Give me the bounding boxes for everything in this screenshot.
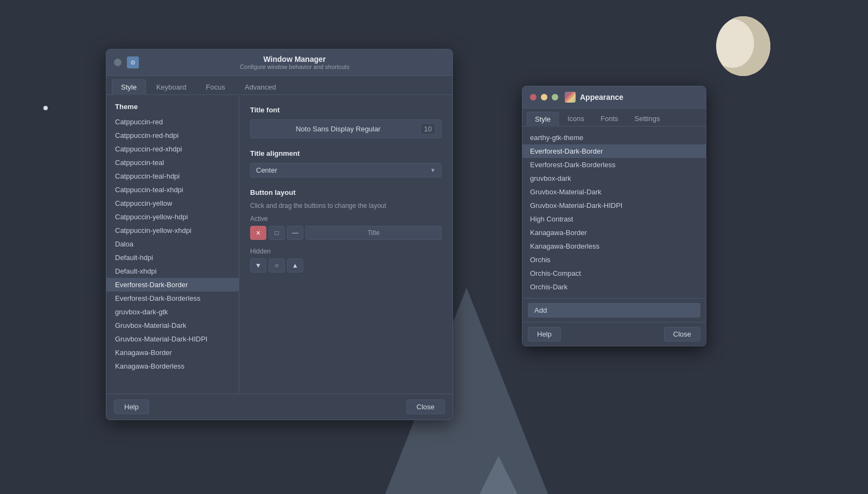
wm-titlebar: ⚙ Window Manager Configure window behavi…	[106, 49, 452, 76]
wm-titlebar-text: Window Manager Configure window behavior…	[144, 55, 445, 70]
app-close-button[interactable]	[530, 94, 537, 100]
wm-theme-header: Theme	[106, 100, 239, 115]
title-alignment-dropdown[interactable]: Center ▼	[250, 163, 442, 178]
tab-style[interactable]: Style	[112, 79, 146, 95]
wm-theme-item[interactable]: Catppuccin-red-hdpi	[106, 129, 239, 142]
app-theme-item[interactable]: Gruvbox-Material-Dark	[522, 185, 706, 199]
appearance-title: Appearance	[580, 93, 623, 102]
title-alignment-label: Title alignment	[250, 149, 442, 157]
wm-dialog: ⚙ Window Manager Configure window behavi…	[106, 49, 453, 420]
hidden-label: Hidden	[250, 248, 442, 255]
app-theme-item-selected[interactable]: Everforest-Dark-Border	[522, 144, 706, 158]
title-alignment-value: Center	[256, 166, 430, 174]
active-buttons-strip: × □ — Title	[250, 226, 442, 240]
wm-theme-item[interactable]: Default-xhdpi	[106, 264, 239, 278]
wm-theme-item[interactable]: Gruvbox-Material-Dark	[106, 319, 239, 332]
wm-theme-item[interactable]: Catppuccin-yellow-xhdpi	[106, 224, 239, 237]
app-theme-item[interactable]: Orchis	[522, 253, 706, 267]
close-window-btn[interactable]: ×	[250, 226, 266, 240]
appearance-tabs-bar: Style Icons Fonts Settings	[522, 109, 706, 126]
app-tab-settings[interactable]: Settings	[627, 112, 668, 126]
hidden-buttons-strip: ▼ ○ ▲	[250, 258, 442, 273]
active-label: Active	[250, 215, 442, 223]
appearance-theme-list: earthy-gtk-theme Everforest-Dark-Border …	[522, 126, 706, 298]
appearance-add-button[interactable]: Add	[528, 303, 700, 318]
wm-tabs-bar: Style Keyboard Focus Advanced	[106, 76, 452, 95]
wm-help-button[interactable]: Help	[114, 400, 149, 414]
chevron-down-icon: ▼	[430, 167, 436, 173]
wm-theme-item-selected[interactable]: Everforest-Dark-Border	[106, 278, 239, 292]
appearance-add-row: Add	[522, 298, 706, 322]
hidden-btn-1[interactable]: ▼	[250, 258, 266, 273]
title-alignment-section: Title alignment Center ▼	[250, 149, 442, 178]
title-spacer-btn[interactable]: Title	[305, 226, 442, 240]
app-theme-item[interactable]: earthy-gtk-theme	[522, 131, 706, 144]
wm-footer: Help Close	[106, 394, 452, 420]
wm-theme-list-panel: Theme Catppuccin-red Catppuccin-red-hdpi…	[106, 95, 239, 394]
appearance-footer: Help Close	[522, 322, 706, 346]
appearance-app-icon	[565, 92, 576, 103]
wm-theme-item[interactable]: Catppuccin-yellow-hdpi	[106, 210, 239, 224]
wm-theme-item[interactable]: Catppuccin-teal-hdpi	[106, 169, 239, 183]
wm-theme-item[interactable]: Gruvbox-Material-Dark-HIDPI	[106, 332, 239, 346]
app-theme-item[interactable]: Orchis-Dark	[522, 280, 706, 294]
app-tab-fonts[interactable]: Fonts	[593, 112, 626, 126]
app-tab-style[interactable]: Style	[527, 112, 559, 126]
wm-subtitle: Configure window behavior and shortcuts	[144, 64, 445, 70]
wm-theme-item[interactable]: Kanagawa-Border	[106, 346, 239, 359]
wm-icon: ⚙	[127, 56, 139, 68]
wm-theme-item[interactable]: Catppuccin-teal-xhdpi	[106, 183, 239, 197]
wm-theme-item[interactable]: Everforest-Dark-Borderless	[106, 292, 239, 305]
app-theme-item[interactable]: Kanagawa-Borderless	[522, 239, 706, 253]
wm-theme-item[interactable]: Catppuccin-yellow	[106, 197, 239, 210]
app-theme-item[interactable]: Orchis-Compact	[522, 267, 706, 280]
hidden-btn-3[interactable]: ▲	[287, 258, 303, 273]
app-theme-item[interactable]: Kanagawa-Border	[522, 226, 706, 239]
wm-content: Theme Catppuccin-red Catppuccin-red-hdpi…	[106, 95, 452, 394]
wm-close-button[interactable]	[114, 59, 122, 66]
wm-right-panel: Title font Noto Sans Display Regular 10 …	[239, 95, 452, 394]
app-theme-item[interactable]: Everforest-Dark-Borderless	[522, 158, 706, 172]
app-theme-item[interactable]: High Contrast	[522, 212, 706, 226]
font-selector-row[interactable]: Noto Sans Display Regular 10	[250, 119, 442, 138]
title-font-label: Title font	[250, 106, 442, 114]
moon-decoration	[716, 16, 781, 81]
wm-theme-item[interactable]: Catppuccin-red-xhdpi	[106, 142, 239, 156]
wm-theme-item[interactable]: Kanagawa-Borderless	[106, 359, 239, 373]
appearance-dialog: Appearance Style Icons Fonts Settings ea…	[522, 86, 706, 346]
wm-theme-item[interactable]: Daloa	[106, 237, 239, 251]
app-minimize-button[interactable]	[541, 94, 547, 100]
app-theme-item[interactable]: gruvbox-dark	[522, 172, 706, 185]
button-layout-section: Button layout Click and drag the buttons…	[250, 188, 442, 273]
appearance-titlebar: Appearance	[522, 86, 706, 109]
maximize-window-btn[interactable]: □	[269, 226, 285, 240]
app-tab-icons[interactable]: Icons	[560, 112, 592, 126]
wm-theme-item[interactable]: Catppuccin-teal	[106, 156, 239, 169]
tab-focus[interactable]: Focus	[197, 79, 234, 94]
app-maximize-button[interactable]	[552, 94, 558, 100]
wm-title: Window Manager	[144, 55, 445, 64]
wm-theme-item[interactable]: Catppuccin-red	[106, 115, 239, 129]
appearance-close-button[interactable]: Close	[664, 327, 700, 341]
wm-theme-item[interactable]: Default-hdpi	[106, 251, 239, 264]
button-layout-desc: Click and drag the buttons to change the…	[250, 202, 442, 210]
font-size-display: 10	[420, 123, 436, 135]
wm-theme-item[interactable]: gruvbox-dark-gtk	[106, 305, 239, 319]
wm-close-footer-button[interactable]: Close	[406, 400, 445, 414]
button-layout-label: Button layout	[250, 188, 442, 197]
bullet-decoration	[43, 106, 48, 110]
tab-advanced[interactable]: Advanced	[235, 79, 285, 94]
app-theme-item[interactable]: Gruvbox-Material-Dark-HIDPI	[522, 199, 706, 212]
font-name-display: Noto Sans Display Regular	[256, 125, 420, 133]
minimize-window-btn[interactable]: —	[287, 226, 303, 240]
tab-keyboard[interactable]: Keyboard	[147, 79, 196, 94]
hidden-btn-2[interactable]: ○	[269, 258, 285, 273]
appearance-help-button[interactable]: Help	[528, 327, 561, 341]
